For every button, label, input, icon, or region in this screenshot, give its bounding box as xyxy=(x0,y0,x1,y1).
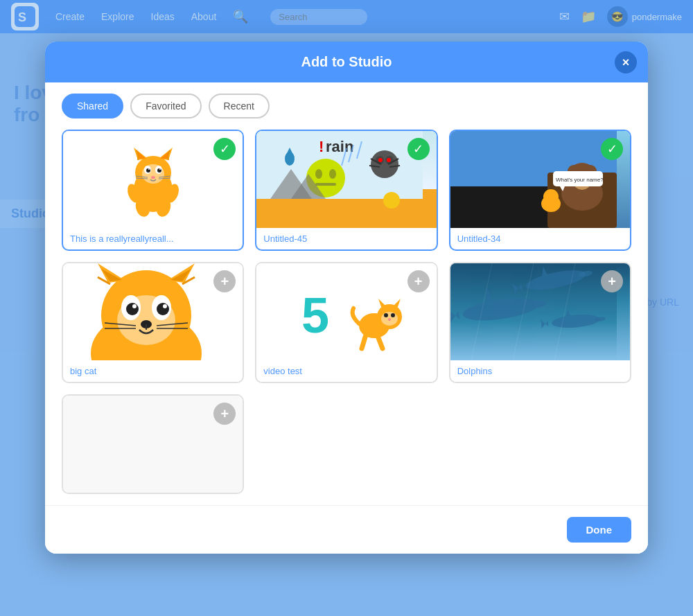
svg-text:!: ! xyxy=(319,138,324,155)
projects-grid: This is a reallyreallyreall... ! rain xyxy=(62,130,631,494)
svg-point-90 xyxy=(384,313,388,317)
project-card-6[interactable]: Dolphins xyxy=(449,262,631,383)
modal-header: Add to Studio × xyxy=(45,42,648,82)
add-icon-6 xyxy=(608,274,616,290)
done-button[interactable]: Done xyxy=(567,517,632,543)
add-to-studio-modal: Add to Studio × Shared Favorited Recent xyxy=(45,42,648,554)
svg-point-38 xyxy=(387,158,391,162)
modal-footer: Done xyxy=(45,505,648,554)
svg-text:5: 5 xyxy=(301,288,329,343)
project-name-4: big cat xyxy=(63,360,243,382)
project-badge-6[interactable] xyxy=(601,270,623,292)
svg-point-32 xyxy=(329,169,336,179)
check-icon-3 xyxy=(607,141,617,157)
svg-point-14 xyxy=(159,168,161,170)
svg-point-31 xyxy=(315,169,322,179)
svg-point-58 xyxy=(543,189,559,204)
project-name-3: Untitled-34 xyxy=(450,228,630,249)
add-icon-5 xyxy=(414,274,423,290)
svg-point-15 xyxy=(151,176,155,179)
modal-body: This is a reallyreallyreall... ! rain xyxy=(45,118,648,505)
project-card-2[interactable]: ! rain xyxy=(255,130,437,251)
modal-title: Add to Studio xyxy=(301,54,392,70)
project-badge-5[interactable] xyxy=(407,270,430,292)
add-icon-4 xyxy=(220,274,229,290)
svg-point-71 xyxy=(126,303,139,315)
close-button[interactable]: × xyxy=(615,51,637,73)
project-card-4[interactable]: big cat xyxy=(62,262,244,383)
svg-rect-33 xyxy=(315,183,336,186)
project-card-7[interactable] xyxy=(62,394,244,494)
check-icon-1 xyxy=(220,141,230,157)
svg-point-92 xyxy=(388,318,391,321)
svg-text:rain: rain xyxy=(326,138,353,155)
project-badge-2[interactable] xyxy=(407,138,430,160)
svg-point-13 xyxy=(148,168,150,170)
svg-point-12 xyxy=(157,168,161,173)
svg-point-48 xyxy=(383,192,400,209)
svg-point-72 xyxy=(157,303,169,315)
project-name-2: Untitled-45 xyxy=(256,228,436,249)
project-name-5: video test xyxy=(256,360,436,382)
svg-point-11 xyxy=(146,168,150,173)
svg-point-91 xyxy=(391,313,395,317)
project-name-1: This is a reallyreallyreall... xyxy=(63,228,243,249)
project-badge-3[interactable] xyxy=(601,138,623,160)
svg-text:What's your name?: What's your name? xyxy=(556,177,604,183)
tab-favorited[interactable]: Favorited xyxy=(130,94,201,118)
check-icon-2 xyxy=(413,141,423,157)
svg-point-74 xyxy=(163,304,167,308)
project-card-3[interactable]: What's your name? Untitled-34 xyxy=(449,130,631,251)
tab-bar: Shared Favorited Recent xyxy=(45,82,648,118)
project-name-6: Dolphins xyxy=(450,360,630,382)
tab-recent[interactable]: Recent xyxy=(209,94,270,118)
add-icon-7 xyxy=(220,406,229,422)
svg-point-37 xyxy=(378,158,383,162)
project-card-1[interactable]: This is a reallyreallyreall... xyxy=(62,130,244,251)
svg-rect-50 xyxy=(450,186,554,228)
svg-point-73 xyxy=(132,304,137,308)
project-card-5[interactable]: 5 xyxy=(255,262,437,383)
tab-shared[interactable]: Shared xyxy=(62,94,123,118)
svg-point-34 xyxy=(371,150,398,178)
